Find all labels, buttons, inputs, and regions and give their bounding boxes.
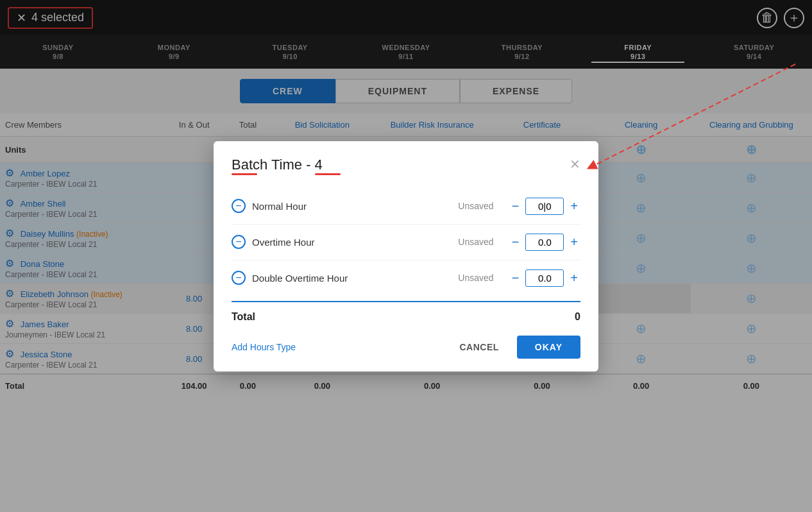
normal-hour-stepper: − +	[509, 198, 580, 215]
normal-hour-row: − Normal Hour Unsaved − +	[232, 189, 580, 225]
modal-total-row: Total 0	[214, 302, 598, 329]
overtime-hour-status: Unsaved	[458, 237, 493, 247]
remove-normal-hour-button[interactable]: −	[232, 199, 246, 213]
okay-button[interactable]: OKAY	[517, 336, 580, 359]
overtime-hour-increment[interactable]: +	[568, 235, 580, 250]
double-overtime-increment[interactable]: +	[568, 271, 580, 286]
svg-line-0	[591, 64, 795, 167]
overtime-hour-input[interactable]	[525, 234, 564, 251]
double-overtime-hour-row: − Double Overtime Hour Unsaved − +	[232, 260, 580, 296]
normal-hour-increment[interactable]: +	[568, 199, 580, 214]
double-overtime-input[interactable]	[525, 269, 564, 287]
total-label: Total	[232, 311, 255, 323]
cancel-button[interactable]: CANCEL	[452, 337, 506, 357]
total-value: 0	[575, 311, 580, 323]
overtime-hour-row: − Overtime Hour Unsaved − +	[232, 225, 580, 260]
double-overtime-decrement[interactable]: −	[509, 271, 522, 286]
double-overtime-label: Double Overtime Hour	[252, 273, 458, 284]
footer-actions: CANCEL OKAY	[452, 336, 580, 359]
normal-hour-input[interactable]	[525, 198, 564, 215]
remove-double-overtime-button[interactable]: −	[232, 271, 246, 285]
remove-overtime-hour-button[interactable]: −	[232, 235, 246, 249]
normal-hour-label: Normal Hour	[252, 201, 458, 212]
add-hours-type-link[interactable]: Add Hours Type	[232, 342, 296, 352]
modal-body: − Normal Hour Unsaved − + − Overtime Hou…	[214, 178, 598, 296]
double-overtime-stepper: − +	[509, 269, 580, 287]
normal-hour-status: Unsaved	[458, 201, 493, 211]
normal-hour-decrement[interactable]: −	[509, 199, 522, 214]
modal-close-button[interactable]: ✕	[570, 157, 580, 172]
modal-title: Batch Time - 4	[232, 157, 323, 173]
modal-header: Batch Time - 4 ✕	[214, 141, 598, 178]
batch-time-modal: Batch Time - 4 ✕ − Normal Hour Unsaved −…	[214, 141, 598, 371]
double-overtime-status: Unsaved	[458, 273, 493, 283]
modal-overlay: Batch Time - 4 ✕ − Normal Hour Unsaved −…	[0, 0, 812, 512]
overtime-hour-decrement[interactable]: −	[509, 235, 522, 250]
overtime-hour-label: Overtime Hour	[252, 237, 458, 248]
modal-footer: Add Hours Type CANCEL OKAY	[214, 329, 598, 371]
overtime-hour-stepper: − +	[509, 234, 580, 251]
